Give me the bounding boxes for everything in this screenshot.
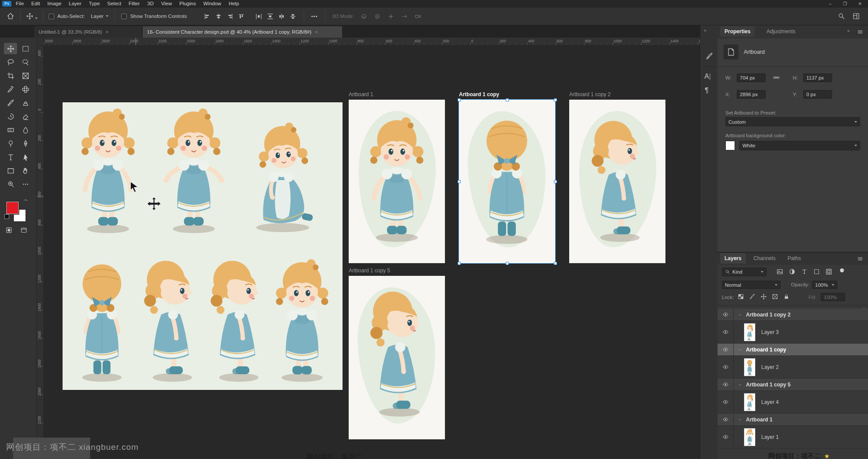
layer-thumbnail[interactable] [744,428,755,446]
artboard-bg-dropdown[interactable]: White [739,141,860,150]
tab-properties[interactable]: Properties [720,26,755,37]
selection-handle[interactable] [458,98,461,101]
artboard[interactable] [569,100,665,263]
object-selection-tool[interactable] [19,56,32,68]
lock-pixels-icon[interactable] [749,293,756,300]
menu-item-type[interactable]: Type [89,1,100,6]
menu-item-image[interactable]: Image [47,1,61,6]
gradient-tool[interactable] [4,124,17,136]
lasso-tool[interactable] [4,56,17,68]
expand-chevron-icon[interactable] [737,417,742,422]
restore-button[interactable]: ❐ [843,1,847,6]
path-selection-tool[interactable] [19,151,32,163]
visibility-eye-icon[interactable] [718,321,734,343]
artboard-bg-swatch[interactable] [725,141,735,150]
tab-paths[interactable]: Paths [783,253,805,264]
layer-filter-dropdown[interactable]: Kind [722,268,766,276]
brush-tool[interactable] [4,97,17,108]
layer-group-row[interactable]: Artboard 1 copy [718,344,868,356]
menu-item-view[interactable]: View [161,1,172,6]
artboard[interactable] [459,100,555,263]
visibility-eye-icon[interactable] [718,426,734,448]
foreground-color-swatch[interactable] [6,201,19,215]
align-alignr-icon[interactable] [226,13,234,20]
layer-group-name[interactable]: Artboard 1 [746,417,773,423]
menu-item-layer[interactable]: Layer [69,1,81,6]
layer-thumbnail[interactable] [744,358,755,376]
preset-dropdown[interactable]: Custom [725,117,860,126]
workspace-switcher-icon[interactable] [852,12,860,20]
tab-close-icon[interactable]: × [105,29,108,35]
menu-item-window[interactable]: Window [203,1,221,6]
height-field[interactable]: 1137 px [803,73,832,82]
layer-group-row[interactable]: Artboard 1 copy 2 [718,309,868,321]
swap-colors-icon[interactable] [23,198,28,204]
expand-chevron-icon[interactable] [737,347,742,352]
show-transform-checkbox[interactable] [121,14,127,19]
link-dimensions-icon[interactable] [773,74,780,81]
artboard-label[interactable]: Artboard 1 copy 5 [349,268,390,274]
panel-menu-icon[interactable] [857,28,864,35]
pen-tool[interactable] [19,138,32,149]
move-tool-preset-icon[interactable] [26,12,34,20]
filter-toggle-icon[interactable] [840,268,844,272]
tab-close-icon[interactable]: × [315,29,318,35]
x-field[interactable]: 2896 px [737,90,766,99]
screen-mode-icon[interactable] [20,226,28,234]
brushes-panel-icon[interactable] [704,51,714,61]
visibility-eye-icon[interactable] [718,414,734,425]
layer-row[interactable]: Layer 3 [718,321,868,344]
layer-name[interactable]: Layer 3 [761,329,779,335]
align-alignc-icon[interactable] [215,13,222,20]
horizontal-ruler[interactable]: 3000280026002400220020001800160014001200… [44,38,700,45]
character-panel-icon[interactable]: A| [704,73,711,80]
more-options-button[interactable]: ••• [311,14,318,19]
layer-row[interactable]: Layer 1 [718,426,868,449]
hand-tool[interactable] [19,165,32,176]
canvas[interactable]: Artboard 1 Artboard 1 copy Artboard 1 co… [44,45,700,459]
artboard-label[interactable]: Artboard 1 copy 2 [569,91,611,97]
artboard-label[interactable]: Artboard 1 [349,91,373,97]
selection-handle[interactable] [554,262,557,265]
layer-row[interactable]: Layer 2 [718,356,868,379]
menu-item-3d[interactable]: 3D [147,1,154,6]
paragraph-panel-icon[interactable]: ¶ [705,87,709,94]
filter-type-layers-icon[interactable] [801,268,808,275]
blend-mode-dropdown[interactable]: Normal [722,281,780,289]
healing-brush-tool[interactable] [19,83,32,95]
layer-group-row[interactable]: Artboard 1 copy 5 [718,379,868,391]
menu-item-plugins[interactable]: Plugins [179,1,196,6]
vertical-ruler[interactable]: 4002000200400600800100012001400160018002… [37,45,44,459]
document-tab-2[interactable]: 16- Consistent Character design.psd @ 40… [143,26,342,38]
visibility-eye-icon[interactable] [718,344,734,355]
layer-row[interactable]: Layer 4 [718,391,868,414]
zoom-tool[interactable] [4,178,17,190]
filter-pixel-layers-icon[interactable] [776,268,784,275]
tab-layers[interactable]: Layers [720,253,746,264]
fill-dropdown[interactable]: 100% [821,293,845,301]
tab-channels[interactable]: Channels [749,253,780,264]
align-distv-icon[interactable] [266,13,274,20]
expand-chevron-icon[interactable] [737,382,742,387]
photoshop-logo-icon[interactable]: Ps [2,1,11,7]
artboard-label[interactable]: Artboard 1 copy [459,91,499,97]
filter-shape-layers-icon[interactable] [813,268,820,275]
clone-stamp-tool[interactable] [19,97,32,108]
align-alignl-icon[interactable] [203,13,211,20]
search-icon[interactable] [837,12,845,20]
tab-adjustments[interactable]: Adjustments [762,26,800,37]
selection-handle[interactable] [554,98,557,101]
layer-group-name[interactable]: Artboard 1 copy 5 [746,382,791,388]
selection-handle[interactable] [506,262,509,265]
history-brush-tool[interactable] [4,111,17,122]
lock-artboard-icon[interactable] [772,293,778,300]
lock-transparency-icon[interactable] [738,293,744,300]
minimize-button[interactable]: – [829,1,832,6]
eyedropper-tool[interactable] [4,83,17,95]
expand-panel-icon[interactable]: » [847,28,850,33]
visibility-eye-icon[interactable] [718,391,734,413]
width-field[interactable]: 704 px [737,73,766,82]
document-tab-1[interactable]: Untitled-1 @ 33.3% (RGB/8)× [34,26,142,38]
layer-thumbnail[interactable] [744,323,755,341]
align-disth-icon[interactable] [255,13,262,20]
